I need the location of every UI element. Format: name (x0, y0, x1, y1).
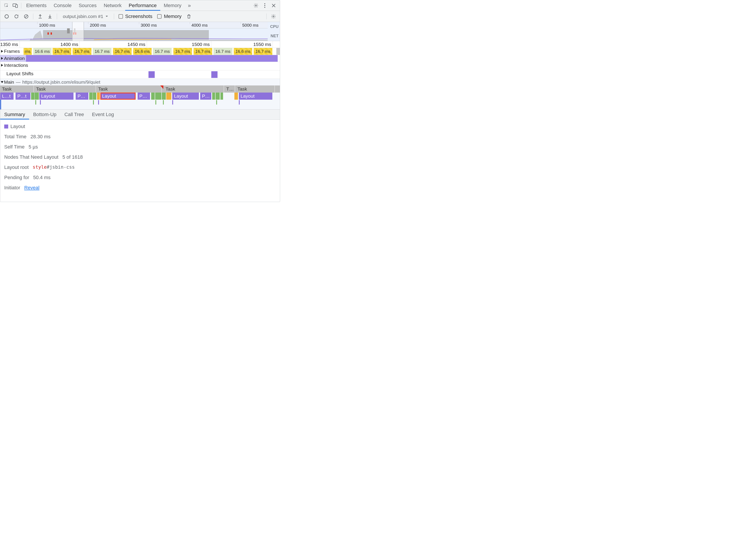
expand-icon (1, 64, 3, 67)
frame-cell[interactable]: 16.6 ms (234, 48, 252, 55)
flame-bar[interactable] (220, 92, 223, 100)
reload-record-icon[interactable] (12, 11, 21, 22)
animation-lane-header[interactable]: Animation (0, 55, 26, 62)
flame-sliver[interactable] (35, 100, 36, 105)
frame-cell[interactable]: 16.6 ms (33, 48, 51, 55)
flame-bar[interactable]: Layout (39, 92, 73, 100)
main-thread-lane[interactable]: Main — https://output.jsbin.com/elisum/9… (0, 79, 280, 109)
flame-sliver[interactable] (93, 100, 94, 105)
frame-cell[interactable]: 16.7 ms (93, 48, 111, 55)
devtools-tab-elements[interactable]: Elements (23, 0, 50, 11)
flame-bar[interactable] (97, 92, 100, 100)
svg-point-4 (264, 3, 265, 4)
memory-checkbox[interactable]: Memory (155, 13, 183, 19)
frame-cell[interactable]: 16.7 ms (214, 48, 232, 55)
flame-sliver[interactable] (98, 100, 99, 105)
flame-bar[interactable] (35, 92, 39, 100)
devtools-tab-performance[interactable]: Performance (125, 0, 160, 11)
settings-icon[interactable] (252, 0, 260, 11)
layout-shift-block[interactable] (211, 71, 218, 78)
flame-bar-selected[interactable]: Layout (100, 92, 136, 100)
task-block[interactable]: Task (0, 85, 34, 92)
devtools-tab-network[interactable]: Network (100, 0, 125, 11)
layout-shift-block[interactable] (148, 71, 155, 78)
target-select[interactable]: output.jsbin.com #1 (60, 14, 111, 19)
frames-lane[interactable]: Frames ms16.6 ms16.7 ms16.7 ms16.7 ms16.… (0, 48, 280, 55)
flame-bar[interactable] (236, 92, 238, 100)
flame-sliver[interactable] (239, 100, 240, 105)
screenshots-checkbox[interactable]: Screenshots (117, 13, 154, 19)
flame-bar[interactable] (216, 92, 220, 100)
flame-bar[interactable] (151, 92, 154, 100)
frame-cell[interactable]: 16.7 ms (52, 48, 71, 55)
more-tabs-icon[interactable]: » (185, 0, 194, 11)
flame-sliver[interactable] (216, 100, 217, 105)
flame-bar[interactable] (93, 92, 96, 100)
frame-cell[interactable]: 16.7 ms (173, 48, 192, 55)
capture-settings-icon[interactable] (269, 11, 278, 22)
close-icon[interactable] (269, 0, 278, 11)
layout-shifts-lane[interactable]: Layout Shifts (0, 70, 280, 79)
flame-bar[interactable]: L…t (0, 92, 13, 100)
overview-selection[interactable] (72, 22, 84, 41)
flame-bar[interactable]: P…t (15, 92, 30, 100)
frame-cell[interactable]: ms (24, 48, 32, 55)
task-block[interactable]: Task (96, 85, 161, 92)
summary-total-time-value: 28.30 ms (30, 134, 50, 140)
frame-cell[interactable]: 16.7 ms (73, 48, 91, 55)
flame-bar[interactable] (89, 92, 92, 100)
detail-tab-call-tree[interactable]: Call Tree (60, 110, 88, 119)
flame-bar[interactable] (162, 92, 166, 100)
download-profile-icon[interactable] (46, 11, 54, 22)
devtools-tab-console[interactable]: Console (50, 0, 75, 11)
record-icon[interactable] (2, 11, 11, 22)
kebab-menu-icon[interactable] (260, 0, 269, 11)
clear-icon[interactable] (22, 11, 30, 22)
flame-bar[interactable]: P… (200, 92, 211, 100)
frame-cell[interactable]: 16.6 ms (133, 48, 152, 55)
layout-shifts-lane-label: Layout Shifts (6, 71, 33, 76)
layout-shifts-lane-header[interactable]: Layout Shifts (0, 70, 35, 77)
flame-bar[interactable] (212, 92, 215, 100)
flame-sliver[interactable] (163, 100, 164, 105)
flame-sliver[interactable] (172, 100, 173, 105)
flame-sliver[interactable] (155, 100, 156, 105)
frame-cell[interactable]: 16.7 ms (153, 48, 172, 55)
interactions-lane-header[interactable]: Interactions (0, 62, 30, 69)
ruler-tick: 1550 ms (253, 42, 271, 47)
devtools-tab-sources[interactable]: Sources (75, 0, 100, 11)
frame-cell[interactable]: 16.7 ms (113, 48, 132, 55)
detail-tab-bottom-up[interactable]: Bottom-Up (29, 110, 60, 119)
summary-layoutroot-value[interactable]: style#jsbin-css (33, 164, 75, 170)
upload-profile-icon[interactable] (36, 11, 44, 22)
interactions-lane[interactable]: Interactions (0, 62, 280, 70)
flame-bar[interactable] (155, 92, 161, 100)
frame-cell[interactable]: 16.7 ms (254, 48, 272, 55)
task-block[interactable]: Task (164, 85, 224, 92)
flame-bar[interactable]: Layout (172, 92, 199, 100)
overview-timeline[interactable]: 1000 ms2000 ms3000 ms4000 ms5000 ms CPU … (0, 22, 280, 41)
inspect-element-icon[interactable] (2, 0, 11, 11)
frame-cell[interactable]: 16.7 ms (193, 48, 212, 55)
task-block[interactable]: Task (236, 85, 275, 92)
flame-chart-area[interactable]: 1350 ms1400 ms1450 ms1500 ms1550 ms Fram… (0, 41, 280, 109)
flame-bar[interactable] (31, 92, 34, 100)
devtools-tab-memory[interactable]: Memory (160, 0, 185, 11)
flame-bar[interactable]: P… (138, 92, 150, 100)
device-toolbar-icon[interactable] (11, 0, 20, 11)
task-block[interactable]: Task (34, 85, 96, 92)
main-lane-header[interactable]: Main — https://output.jsbin.com/elisum/9… (0, 79, 280, 85)
frames-lane-header[interactable]: Frames (0, 48, 21, 54)
detail-tab-summary[interactable]: Summary (0, 110, 29, 119)
detail-tab-event-log[interactable]: Event Log (88, 110, 118, 119)
flame-bar[interactable] (234, 92, 236, 100)
collect-garbage-icon[interactable] (185, 11, 193, 22)
flame-bar[interactable]: Layout (239, 92, 272, 100)
animation-lane[interactable]: Animation (0, 55, 280, 62)
flame-bar[interactable]: P… (76, 92, 88, 100)
task-block[interactable]: T… (225, 85, 235, 92)
summary-initiator-reveal-link[interactable]: Reveal (24, 185, 39, 191)
flame-sliver[interactable] (40, 100, 41, 105)
flame-bar[interactable] (166, 92, 171, 100)
memory-checkbox-label: Memory (164, 13, 181, 19)
